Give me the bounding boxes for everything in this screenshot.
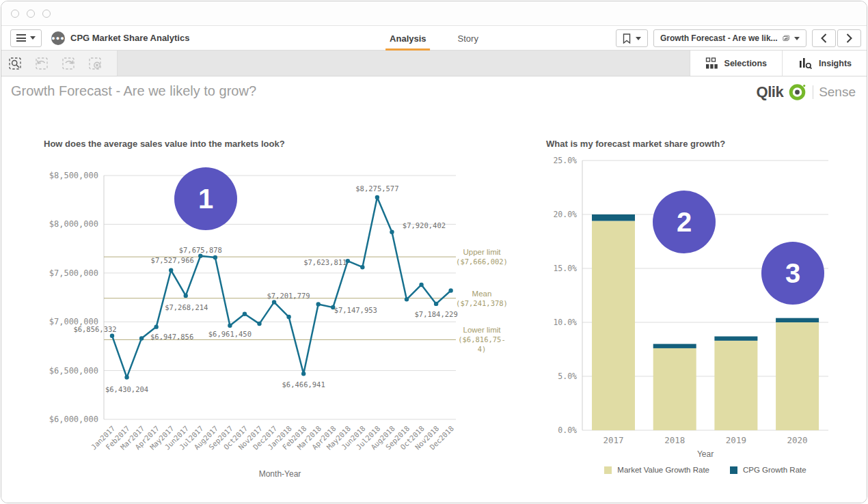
y-tick-label: $8,000,000 [49,219,98,229]
app-identity: ●●● CPG Market Share Analytics [51,31,189,45]
sheet-canvas: How does the average sales value into th… [1,107,867,503]
data-point [257,322,261,326]
chevron-down-icon [794,37,800,40]
data-point-label: $6,947,856 [150,333,193,341]
hamburger-icon [16,33,26,44]
legend-swatch-cpg [730,466,737,474]
data-point-label: $7,675,878 [179,246,222,254]
legend-item: CPG Growth Rate [730,466,806,474]
x-tick-label: 2019 [726,435,746,445]
tab-story[interactable]: Story [457,26,480,51]
sheet-title: Growth Forecast - Are we likely to grow? [11,83,256,99]
data-point [213,255,217,260]
data-point [198,253,202,257]
global-menu-button[interactable] [10,29,42,47]
sheet-navigation: Growth Forecast - Are we lik... [616,26,861,51]
reference-label: ($7,666,002) [456,257,508,266]
line-chart-title: How does the average sales value into th… [44,139,285,149]
legend-label: CPG Growth Rate [743,466,806,474]
data-point [286,315,290,319]
y-tick-label: 20.0% [553,210,577,219]
sense-wordmark: Sense [819,85,856,100]
selection-tools [1,51,118,76]
tab-analysis[interactable]: Analysis [388,26,427,51]
bar-chart-title: What is my forecast market share growth? [546,139,725,149]
data-point-label: $8,275,577 [355,184,398,193]
data-point [375,195,379,199]
redo-selection-icon[interactable] [61,55,77,72]
selections-button[interactable]: Selections [690,51,783,76]
line-chart[interactable]: $6,000,000$6,500,000$7,000,000$7,500,000… [1,107,528,469]
undo-selection-icon[interactable] [34,55,51,72]
next-sheet-button[interactable] [837,29,861,47]
line-chart-x-axis-title: Month-Year [104,469,456,479]
data-point-label: $7,184,229 [414,310,457,318]
qlik-wordmark: Qlik [757,83,784,101]
y-tick-label: $6,000,000 [49,415,98,424]
insights-icon [798,57,813,70]
data-point-label: $6,430,204 [105,385,148,393]
bar-segment-cpg [592,214,635,221]
data-point [169,268,173,272]
bar-segment-market-value [714,341,757,430]
y-tick-label: 10.0% [553,318,577,327]
reference-label: ($7,241,378) [456,299,508,307]
x-tick-label: 2017 [603,435,623,445]
sheet-selector[interactable]: Growth Forecast - Are we lik... [653,29,806,47]
legend-swatch-market-value [604,466,612,474]
bar-chart-x-axis-title: Year [582,449,828,459]
data-point [316,302,321,306]
window-control-icon[interactable] [27,10,35,18]
selections-label: Selections [724,59,768,68]
chevron-down-icon [30,36,36,40]
bar-chart-legend: Market Value Growth Rate CPG Growth Rate [582,466,828,474]
x-tick-label: 2018 [664,435,685,445]
data-point [228,324,232,328]
data-point [154,324,158,328]
insights-button[interactable]: Insights [783,51,867,76]
data-point [405,297,409,301]
reference-label: Upper limit [463,248,502,256]
previous-sheet-button[interactable] [812,29,836,47]
y-tick-label: $6,500,000 [49,366,98,376]
qlik-q-icon [789,83,807,101]
divider [813,85,813,99]
data-point-label: $6,961,450 [208,330,252,338]
reference-label: ($6,816,75- [458,335,506,344]
annotation-circle-2: 2 [653,191,716,253]
bar-segment-market-value [592,221,635,430]
bar-segment-cpg [653,344,696,348]
bar-segment-cpg [776,318,819,322]
window-control-icon[interactable] [42,10,51,18]
chevron-down-icon [636,37,641,40]
data-point-label: $7,623,811 [303,258,347,266]
app-toolbar: ●●● CPG Market Share Analytics Analysis … [1,26,867,51]
window-control-icon[interactable] [11,10,19,18]
app-window: ●●● CPG Market Share Analytics Analysis … [1,1,867,503]
legend-item: Market Value Growth Rate [604,466,709,474]
clear-selections-icon[interactable] [87,55,104,72]
data-point-label: $7,268,214 [165,303,208,311]
chevron-left-icon [821,33,827,43]
x-tick-label: 2020 [787,435,808,445]
bar-segment-market-value [653,348,696,430]
data-point-label: $6,466,941 [282,380,325,389]
bookmarks-button[interactable] [616,29,648,47]
data-point-label: $7,147,953 [334,306,377,314]
annotation-circle-1: 1 [174,167,237,230]
data-point [243,312,247,316]
data-point [448,288,452,292]
y-tick-label: 25.0% [553,156,577,165]
data-point [390,230,394,234]
annotation-circle-3: 3 [761,242,824,305]
reference-label: Mean [472,290,492,298]
line-chart-container: How does the average sales value into th… [1,107,528,503]
sheet-header: Growth Forecast - Are we likely to grow?… [1,76,867,107]
y-tick-label: $7,500,000 [49,268,98,278]
app-title: CPG Market Share Analytics [70,33,189,43]
data-point-label: $6,856,332 [73,325,116,333]
bar-segment-cpg [714,337,757,341]
smart-search-icon[interactable] [8,55,24,72]
y-tick-label: 5.0% [558,372,577,381]
data-point [360,265,364,269]
